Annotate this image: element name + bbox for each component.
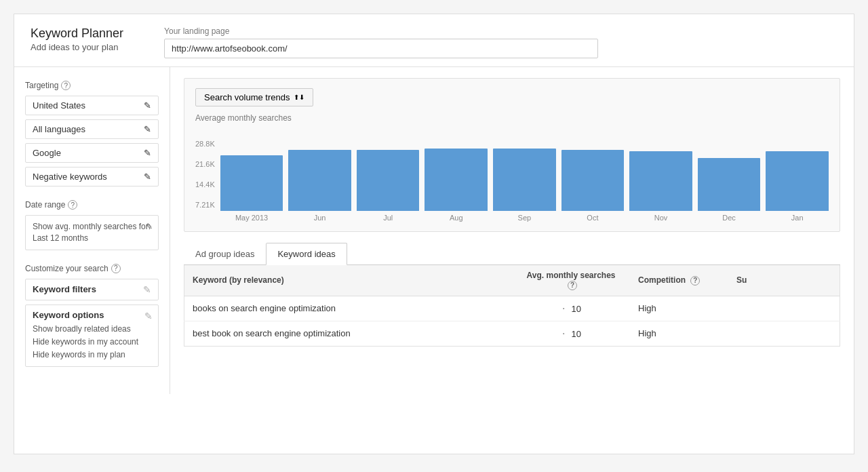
cell-suggested-1 (728, 321, 840, 346)
cell-competition-1: High (630, 321, 728, 346)
x-label-6: Nov (629, 214, 692, 222)
customize-section: Customize your search ? Keyword filters … (25, 264, 159, 368)
date-range-title: Date range ? (25, 200, 159, 210)
chart-bar-1 (288, 150, 351, 211)
targeting-negative-keywords[interactable]: Negative keywords ✎ (25, 167, 159, 186)
url-input[interactable] (164, 39, 598, 58)
chart-bar-0 (220, 155, 283, 211)
th-keyword: Keyword (by relevance) (184, 265, 513, 296)
chart-bar-7 (698, 158, 761, 211)
y-label-2: 14.4K (195, 181, 215, 189)
targeting-language[interactable]: All languages ✎ (25, 119, 159, 139)
keyword-options-label: Keyword options (33, 310, 151, 320)
y-label-0: 28.8K (195, 140, 215, 148)
sidebar: Targeting ? United States ✎ All language… (14, 67, 170, 394)
cell-competition-0: High (630, 296, 728, 321)
chart-caret-icon: ⬆⬇ (294, 94, 304, 101)
date-range-section: Date range ? Show avg. monthly searches … (25, 200, 159, 250)
cell-suggested-0 (728, 296, 840, 321)
bar-fill-4 (493, 149, 556, 211)
app-title: Keyword Planner (31, 26, 123, 41)
chart-bar-5 (561, 150, 625, 211)
x-label-4: Sep (493, 214, 556, 222)
keyword-filters-edit-icon: ✎ (143, 284, 151, 295)
x-label-7: Dec (698, 214, 761, 222)
customize-title: Customize your search ? (25, 264, 159, 273)
chart-bars-container: May 2013JunJulAugSepOctNovDecJan (220, 149, 829, 222)
targeting-country[interactable]: United States ✎ (25, 96, 159, 115)
chart-bars (220, 149, 829, 211)
header-title-section: Keyword Planner Add ideas to your plan (31, 26, 123, 52)
chart-section: Search volume trends ⬆⬇ Average monthly … (184, 78, 840, 232)
bar-fill-8 (766, 151, 829, 211)
bar-fill-3 (425, 149, 488, 211)
chart-y-axis-label: Average monthly searches (195, 113, 829, 123)
table-row: best book on search engine optimization⬝… (184, 321, 840, 346)
keyword-option-2: Hide keywords in my account (33, 336, 151, 349)
x-label-8: Jan (766, 214, 829, 222)
keyword-option-1: Show broadly related ideas (33, 323, 151, 336)
main-layout: Targeting ? United States ✎ All language… (14, 67, 854, 394)
results-tabs: Ad group ideas Keyword ideas (184, 243, 840, 265)
chart-bar-8 (766, 151, 829, 211)
bar-fill-0 (220, 155, 283, 211)
bar-fill-2 (357, 150, 420, 211)
y-label-3: 7.21K (195, 201, 215, 209)
th-competition: Competition ? (630, 265, 728, 296)
th-suggested: Su (728, 265, 840, 296)
chart-dropdown-button[interactable]: Search volume trends ⬆⬇ (195, 88, 313, 106)
date-range-edit-icon: ✎ (146, 221, 153, 233)
bar-fill-7 (698, 158, 761, 211)
app-container: Keyword Planner Add ideas to your plan Y… (14, 14, 854, 454)
content-area: Search volume trends ⬆⬇ Average monthly … (170, 67, 854, 394)
bar-fill-5 (561, 150, 625, 211)
cell-monthly-1: ⬝ 10 (512, 321, 630, 346)
date-range-help-icon[interactable]: ? (68, 200, 77, 210)
chart-controls: Search volume trends ⬆⬇ (195, 88, 829, 106)
url-section: Your landing page (164, 26, 837, 58)
targeting-network[interactable]: Google ✎ (25, 143, 159, 163)
targeting-country-edit-icon: ✎ (144, 100, 151, 111)
keyword-options-edit-icon: ✎ (144, 311, 153, 321)
customize-help-icon[interactable]: ? (111, 264, 121, 273)
y-label-1: 21.6K (195, 161, 215, 168)
chart-area: 28.8K 21.6K 14.4K 7.21K May 2013JunJulAu… (195, 127, 829, 222)
cell-monthly-0: ⬝ 10 (512, 296, 630, 321)
chart-y-axis: 28.8K 21.6K 14.4K 7.21K (195, 140, 215, 222)
x-label-0: May 2013 (220, 214, 283, 222)
tab-ad-group-ideas[interactable]: Ad group ideas (184, 243, 266, 264)
monthly-help-icon[interactable]: ? (568, 281, 577, 290)
results-table: Keyword (by relevance) Avg. monthly sear… (184, 265, 840, 347)
app-subtitle: Add ideas to your plan (31, 42, 123, 52)
tab-keyword-ideas[interactable]: Keyword ideas (266, 243, 347, 265)
x-label-3: Aug (425, 214, 488, 222)
chart-dropdown-label: Search volume trends (204, 92, 290, 102)
url-label: Your landing page (164, 26, 837, 36)
chart-bar-6 (629, 151, 692, 211)
targeting-help-icon[interactable]: ? (61, 81, 71, 90)
keyword-filters-label: Keyword filters (33, 284, 96, 294)
x-label-5: Oct (561, 214, 625, 222)
targeting-negative-edit-icon: ✎ (144, 172, 151, 182)
date-range-box[interactable]: Show avg. monthly searches for: Last 12 … (25, 215, 159, 250)
table-row: books on search engine optimization⬝ 10H… (184, 296, 840, 321)
x-label-2: Jul (357, 214, 420, 222)
targeting-section: Targeting ? United States ✎ All language… (25, 81, 159, 186)
table-body: books on search engine optimization⬝ 10H… (184, 296, 840, 346)
bar-fill-6 (629, 151, 692, 211)
bar-fill-1 (288, 150, 351, 211)
x-label-1: Jun (288, 214, 351, 222)
cell-keyword-1: best book on search engine optimization (184, 321, 513, 346)
keyword-filters-item[interactable]: Keyword filters ✎ (25, 279, 159, 300)
th-monthly: Avg. monthly searches ? (512, 265, 630, 296)
chart-x-labels: May 2013JunJulAugSepOctNovDecJan (220, 214, 829, 222)
targeting-network-edit-icon: ✎ (144, 148, 151, 158)
chart-bar-4 (493, 149, 556, 211)
keyword-options-box[interactable]: ✎ Keyword options Show broadly related i… (25, 304, 159, 368)
targeting-title: Targeting ? (25, 81, 159, 90)
targeting-language-edit-icon: ✎ (144, 124, 151, 134)
cell-keyword-0: books on search engine optimization (184, 296, 513, 321)
chart-bar-2 (357, 150, 420, 211)
table-header-row: Keyword (by relevance) Avg. monthly sear… (184, 265, 840, 296)
competition-help-icon[interactable]: ? (690, 276, 700, 286)
